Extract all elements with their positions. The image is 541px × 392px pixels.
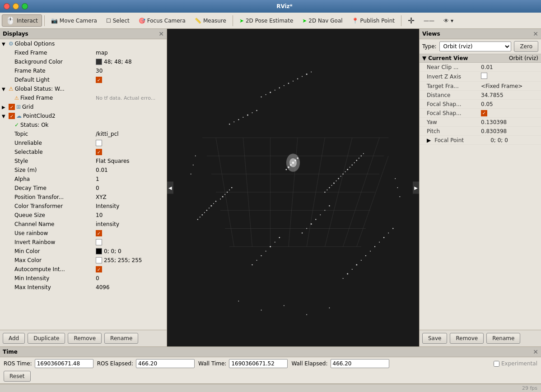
invert-z-checkbox[interactable] — [481, 73, 487, 79]
distance-row[interactable]: Distance 34.7855 — [420, 91, 541, 100]
maximize-button[interactable] — [22, 3, 28, 9]
rename-display-button[interactable]: Rename — [104, 333, 138, 344]
grid-row[interactable]: ▶ ✓ ⊞ Grid — [0, 102, 167, 111]
frame-rate-row[interactable]: Frame Rate 30 — [0, 66, 167, 75]
global-options-row[interactable]: ▼ ⚙ Global Options — [0, 39, 167, 48]
pointcloud2-row[interactable]: ▼ ✓ ☁ PointCloud2 — [0, 111, 167, 120]
svg-point-33 — [363, 153, 364, 154]
pitch-row[interactable]: Pitch 0.830398 — [420, 127, 541, 136]
bg-color-row[interactable]: Background Color 48; 48; 48 — [0, 57, 167, 66]
pc2-rainbow-checkbox[interactable]: ✓ — [96, 230, 102, 236]
svg-point-21 — [336, 180, 337, 181]
default-light-checkbox[interactable]: ✓ — [96, 77, 102, 83]
svg-point-67 — [383, 237, 385, 238]
publish-point-button[interactable]: 📍 Publish Point — [348, 16, 399, 26]
pc2-alpha-row[interactable]: Alpha 1 — [0, 175, 167, 184]
near-clip-row[interactable]: Near Clip ... 0.01 — [420, 63, 541, 72]
pc2-unreliable-row[interactable]: Unreliable — [0, 138, 167, 148]
nav-goal-button[interactable]: ➤ 2D Nav Goal — [298, 16, 346, 26]
interact-button[interactable]: 🖱️ Interact — [2, 14, 42, 27]
pc2-min-intensity-row[interactable]: Min Intensity 0 — [0, 274, 167, 283]
fixed-frame-row[interactable]: Fixed Frame map — [0, 48, 167, 57]
displays-close-button[interactable]: ✕ — [159, 30, 164, 37]
pc2-invert-rainbow-checkbox[interactable] — [96, 239, 102, 245]
pc2-size-row[interactable]: Size (m) 0.01 — [0, 166, 167, 175]
focal-shape1-row[interactable]: Focal Shap... 0.05 — [420, 100, 541, 109]
default-light-row[interactable]: Default Light ✓ — [0, 75, 167, 84]
ros-elapsed-input[interactable] — [136, 359, 195, 368]
views-close-button[interactable]: ✕ — [533, 30, 538, 37]
viewport-left-arrow[interactable]: ◀ — [167, 182, 173, 194]
wall-time-label: Wall Time: — [198, 360, 226, 367]
pc2-selectable-row[interactable]: Selectable ✓ — [0, 148, 167, 157]
camera-view-button[interactable]: —— — [420, 16, 438, 26]
views-remove-button[interactable]: Remove — [450, 333, 484, 344]
pc2-style-row[interactable]: Style Flat Squares — [0, 157, 167, 166]
wall-elapsed-input[interactable] — [331, 359, 389, 368]
move-camera-button[interactable]: 📷 Move Camera — [47, 16, 101, 26]
global-options-expand[interactable]: ▼ — [2, 42, 7, 46]
current-view-header[interactable]: ▼ Current View Orbit (rviz) — [420, 54, 541, 63]
views-type-select[interactable]: Orbit (rviz) — [439, 42, 512, 51]
viewport-area[interactable]: ◀ ▶ — [167, 29, 419, 346]
yaw-row[interactable]: Yaw 0.130398 — [420, 118, 541, 127]
focus-camera-button[interactable]: 🎯 Focus Camera — [135, 16, 190, 26]
grid-expand[interactable]: ▶ — [2, 105, 7, 110]
svg-point-17 — [331, 185, 332, 186]
focal-point-expand[interactable]: ▶ — [427, 137, 431, 143]
duplicate-button[interactable]: Duplicate — [28, 333, 65, 344]
pose-estimate-button[interactable]: ➤ 2D Pose Estimate — [235, 16, 297, 26]
views-save-button[interactable]: Save — [422, 333, 447, 344]
focal-shape2-checkbox[interactable]: ✓ — [481, 110, 487, 116]
pc2-autocompute-checkbox[interactable]: ✓ — [96, 266, 102, 272]
pc2-decay-row[interactable]: Decay Time 0 — [0, 184, 167, 193]
pc2-max-intensity-row[interactable]: Max Intensity 4096 — [0, 283, 167, 292]
pc2-unreliable-checkbox[interactable] — [96, 140, 102, 146]
pc2-expand[interactable]: ▼ — [2, 114, 7, 119]
close-button[interactable] — [4, 3, 10, 9]
pc2-autocompute-row[interactable]: Autocompute Int... ✓ — [0, 265, 167, 274]
views-rename-button[interactable]: Rename — [486, 333, 520, 344]
time-panel: Time ✕ ROS Time: ROS Elapsed: Wall Time:… — [0, 347, 541, 384]
minimize-button[interactable] — [13, 3, 19, 9]
pc2-max-color-row[interactable]: Max Color 255; 255; 255 — [0, 256, 167, 265]
global-status-expand[interactable]: ▼ — [2, 87, 7, 92]
focal-shape2-row[interactable]: Focal Shap... ✓ — [420, 109, 541, 118]
viewport-right-arrow[interactable]: ▶ — [413, 182, 419, 194]
global-status-row[interactable]: ▼ ⚠ Global Status: W... — [0, 84, 167, 93]
focal-point-value: 0; 0; 0 — [490, 137, 538, 143]
pc2-channel-row[interactable]: Channel Name intensity — [0, 220, 167, 229]
pc2-position-row[interactable]: Position Transfor... XYZ — [0, 193, 167, 202]
pc2-queue-row[interactable]: Queue Size 10 — [0, 211, 167, 220]
views-zero-button[interactable]: Zero — [514, 41, 538, 52]
wall-time-input[interactable] — [229, 359, 288, 368]
pc2-selectable-checkbox[interactable]: ✓ — [96, 149, 102, 155]
experimental-checkbox[interactable] — [494, 361, 499, 367]
pc2-topic-row[interactable]: Topic /kitti_pcl — [0, 129, 167, 138]
time-close-button[interactable]: ✕ — [533, 348, 538, 355]
pc2-invert-rainbow-row[interactable]: Invert Rainbow — [0, 238, 167, 247]
invert-z-row[interactable]: Invert Z Axis — [420, 72, 541, 82]
grid-checkbox[interactable]: ✓ — [9, 104, 15, 110]
add-button[interactable]: Add — [3, 333, 25, 344]
svg-point-99 — [285, 169, 287, 170]
svg-point-62 — [361, 260, 362, 261]
add-crosshair-button[interactable]: ✛ — [404, 14, 419, 27]
reset-button[interactable]: Reset — [4, 371, 31, 382]
expand-arrow-views: ▼ — [422, 55, 426, 61]
ros-time-input[interactable] — [35, 359, 93, 368]
views-buttons: Save Remove Rename — [420, 330, 541, 346]
focal-point-row[interactable]: ▶ Focal Point 0; 0; 0 — [420, 136, 541, 145]
select-button[interactable]: ☐ Select — [102, 16, 134, 26]
remove-display-button[interactable]: Remove — [68, 333, 102, 344]
measure-button[interactable]: 📏 Measure — [191, 16, 230, 26]
target-frame-row[interactable]: Target Fra... <Fixed Frame> — [420, 82, 541, 91]
pc2-checkbox[interactable]: ✓ — [9, 113, 15, 119]
pc2-min-color-row[interactable]: Min Color 0; 0; 0 — [0, 247, 167, 256]
pc2-color-row[interactable]: Color Transformer Intensity — [0, 202, 167, 211]
pc2-rainbow-row[interactable]: Use rainbow ✓ — [0, 229, 167, 238]
visibility-button[interactable]: 👁 ▾ — [439, 16, 457, 26]
global-status-fixed-frame-row[interactable]: ⚠ Fixed Frame No tf data. Actual erro... — [0, 93, 167, 102]
time-header: Time ✕ — [0, 347, 541, 357]
svg-point-79 — [256, 110, 257, 111]
